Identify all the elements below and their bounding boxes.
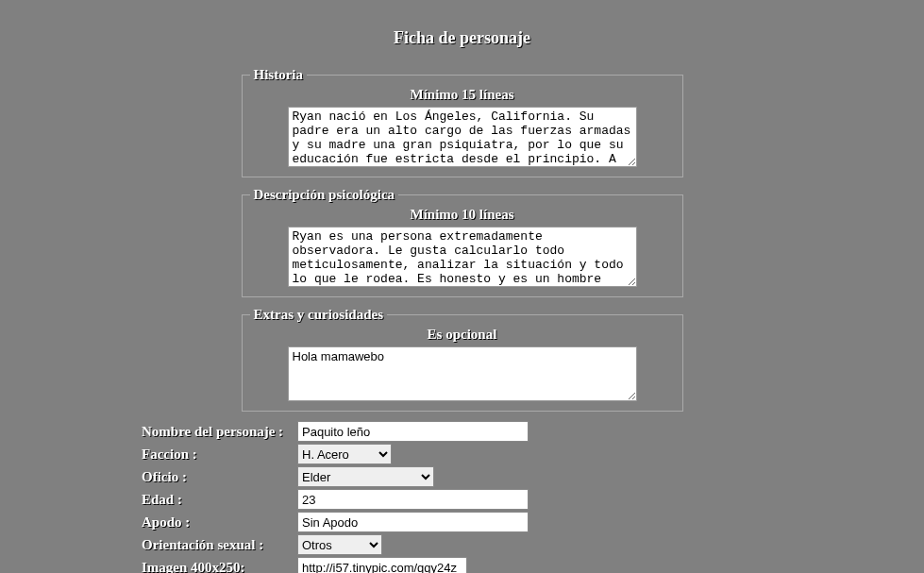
select-faccion[interactable]: H. Acero (297, 444, 392, 464)
input-nombre[interactable] (297, 421, 529, 442)
input-apodo[interactable] (297, 512, 529, 532)
row-faccion: Faccion : H. Acero (142, 444, 727, 464)
input-edad[interactable] (297, 489, 529, 510)
historia-textarea[interactable] (288, 107, 637, 167)
descripcion-subtitle: Mínimo 10 líneas (250, 207, 675, 223)
extras-legend: Extras y curiosidades (250, 307, 388, 323)
descripcion-legend: Descripción psicológica (250, 187, 399, 203)
input-imagen[interactable] (297, 557, 467, 573)
historia-legend: Historia (250, 67, 308, 83)
label-oficio: Oficio : (142, 469, 297, 485)
page-title: Ficha de personaje (0, 0, 924, 61)
extras-subtitle: Es opcional (250, 327, 675, 343)
select-oficio[interactable]: Elder (297, 466, 434, 487)
row-edad: Edad : (142, 489, 727, 510)
label-faccion: Faccion : (142, 447, 297, 463)
historia-fieldset: Historia Mínimo 15 líneas (242, 67, 683, 177)
form-rows: Nombre del personaje : Faccion : H. Acer… (142, 421, 727, 573)
label-nombre: Nombre del personaje : (142, 424, 297, 440)
extras-textarea[interactable] (288, 346, 637, 401)
label-orientacion: Orientación sexual : (142, 537, 297, 553)
descripcion-textarea[interactable] (288, 227, 637, 287)
label-apodo: Apodo : (142, 514, 297, 531)
select-orientacion[interactable]: Otros (297, 534, 382, 555)
descripcion-fieldset: Descripción psicológica Mínimo 10 líneas (242, 187, 683, 297)
extras-fieldset: Extras y curiosidades Es opcional (242, 307, 683, 412)
row-apodo: Apodo : (142, 512, 727, 532)
label-edad: Edad : (142, 492, 297, 508)
row-oficio: Oficio : Elder (142, 466, 727, 487)
label-imagen: Imagen 400x250: (142, 560, 297, 574)
row-nombre: Nombre del personaje : (142, 421, 727, 442)
row-orientacion: Orientación sexual : Otros (142, 534, 727, 555)
row-imagen: Imagen 400x250: (142, 557, 727, 573)
historia-subtitle: Mínimo 15 líneas (250, 87, 675, 103)
